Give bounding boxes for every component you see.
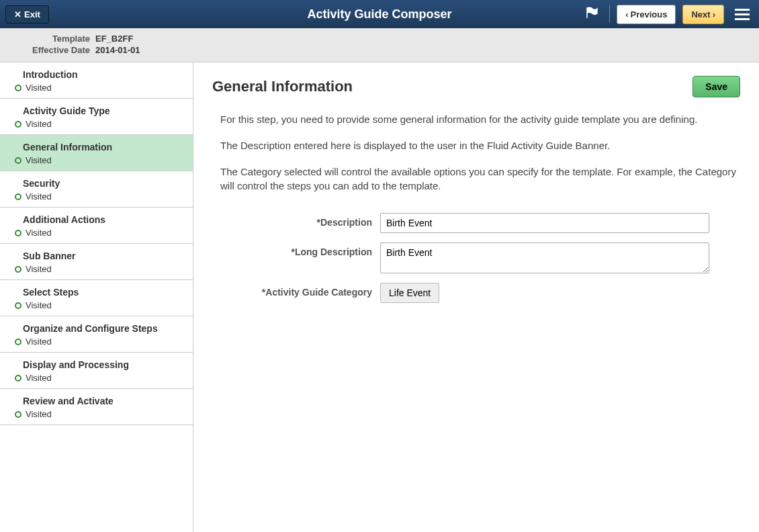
sidebar-item[interactable]: Organize and Configure StepsVisited xyxy=(0,316,193,353)
sidebar-item[interactable]: Sub BannerVisited xyxy=(0,244,193,280)
step-title: Review and Activate xyxy=(23,396,183,406)
info-bar: Template EF_B2FF Effective Date 2014-01-… xyxy=(0,28,759,62)
status-circle-icon xyxy=(15,121,21,128)
header-right: ‹ Previous Next › xyxy=(581,5,754,24)
form-row-category: *Activity Guide Category Life Event xyxy=(212,283,740,303)
step-status: Visited xyxy=(9,337,183,347)
info-row-effdate: Effective Date 2014-01-01 xyxy=(8,45,751,55)
close-icon: ✕ xyxy=(14,9,21,19)
status-circle-icon xyxy=(15,339,21,345)
step-title: General Information xyxy=(23,142,183,152)
template-value: EF_B2FF xyxy=(95,34,133,44)
page-title: General Information xyxy=(212,78,353,95)
longdesc-label: *Long Description xyxy=(212,242,380,257)
step-status: Visited xyxy=(9,228,183,238)
previous-button[interactable]: ‹ Previous xyxy=(617,5,676,24)
sidebar-item[interactable]: Select StepsVisited xyxy=(0,280,193,316)
divider xyxy=(609,5,610,23)
step-status: Visited xyxy=(9,191,183,202)
status-text: Visited xyxy=(26,373,52,383)
sidebar-item[interactable]: General InformationVisited xyxy=(0,135,193,171)
step-title: Display and Processing xyxy=(23,359,183,370)
form-row-description: *Description xyxy=(212,213,740,233)
help-text-2: The Description entered here is displaye… xyxy=(220,138,740,152)
sidebar-item[interactable]: SecurityVisited xyxy=(0,171,193,208)
next-label: Next xyxy=(691,9,710,19)
status-circle-icon xyxy=(15,230,21,236)
step-title: Select Steps xyxy=(23,287,183,298)
step-title: Security xyxy=(23,178,183,189)
step-title: Introduction xyxy=(23,69,183,80)
description-input[interactable] xyxy=(380,213,709,233)
status-text: Visited xyxy=(26,264,52,274)
category-button[interactable]: Life Event xyxy=(380,283,439,303)
status-circle-icon xyxy=(15,157,21,164)
status-circle-icon xyxy=(15,411,21,418)
category-label: *Activity Guide Category xyxy=(212,283,380,298)
step-status: Visited xyxy=(9,264,183,274)
exit-label: Exit xyxy=(24,9,40,19)
save-button[interactable]: Save xyxy=(693,76,740,97)
sidebar-item[interactable]: Additional ActionsVisited xyxy=(0,208,193,244)
next-button[interactable]: Next › xyxy=(682,5,724,24)
sidebar: IntroductionVisitedActivity Guide TypeVi… xyxy=(0,62,193,532)
sidebar-item[interactable]: Activity Guide TypeVisited xyxy=(0,99,193,135)
status-text: Visited xyxy=(26,228,52,238)
help-text-3: The Category selected will control the a… xyxy=(220,165,740,193)
form-area: *Description *Long Description *Activity… xyxy=(212,213,740,303)
status-text: Visited xyxy=(26,191,52,202)
effdate-label: Effective Date xyxy=(8,45,95,55)
info-row-template: Template EF_B2FF xyxy=(8,34,751,44)
status-text: Visited xyxy=(26,83,52,93)
sidebar-item[interactable]: Display and ProcessingVisited xyxy=(0,353,193,389)
content-header: General Information Save xyxy=(212,76,740,97)
flag-icon[interactable] xyxy=(581,6,602,23)
chevron-right-icon: › xyxy=(713,9,715,19)
step-status: Visited xyxy=(9,373,183,383)
step-status: Visited xyxy=(9,119,183,129)
step-title: Additional Actions xyxy=(23,214,183,225)
main-area: IntroductionVisitedActivity Guide TypeVi… xyxy=(0,62,759,532)
step-status: Visited xyxy=(9,300,183,310)
step-status: Visited xyxy=(9,409,183,419)
status-circle-icon xyxy=(15,193,21,200)
sidebar-item[interactable]: IntroductionVisited xyxy=(0,62,193,99)
status-text: Visited xyxy=(26,409,52,419)
status-circle-icon xyxy=(15,85,21,91)
help-text-1: For this step, you need to provide some … xyxy=(220,112,740,126)
sidebar-item[interactable]: Review and ActivateVisited xyxy=(0,389,193,425)
status-text: Visited xyxy=(26,337,52,347)
status-circle-icon xyxy=(15,302,21,309)
effdate-value: 2014-01-01 xyxy=(95,45,140,55)
chevron-left-icon: ‹ xyxy=(625,9,628,19)
step-status: Visited xyxy=(9,155,183,165)
step-status: Visited xyxy=(9,83,183,93)
exit-button[interactable]: ✕ Exit xyxy=(5,5,49,24)
template-label: Template xyxy=(8,34,95,44)
form-row-longdesc: *Long Description xyxy=(212,242,740,273)
step-title: Organize and Configure Steps xyxy=(23,323,183,334)
step-title: Activity Guide Type xyxy=(23,105,183,116)
step-title: Sub Banner xyxy=(23,251,183,261)
status-text: Visited xyxy=(26,119,52,129)
status-text: Visited xyxy=(26,155,52,165)
header-bar: ✕ Exit Activity Guide Composer ‹ Previou… xyxy=(0,0,759,28)
content: General Information Save For this step, … xyxy=(193,62,759,532)
description-label: *Description xyxy=(212,213,380,228)
status-circle-icon xyxy=(15,266,21,273)
status-circle-icon xyxy=(15,375,21,382)
menu-icon[interactable] xyxy=(731,9,754,20)
previous-label: Previous xyxy=(631,9,668,19)
status-text: Visited xyxy=(26,300,52,310)
header-title: Activity Guide Composer xyxy=(307,7,451,21)
longdesc-input[interactable] xyxy=(380,242,709,273)
